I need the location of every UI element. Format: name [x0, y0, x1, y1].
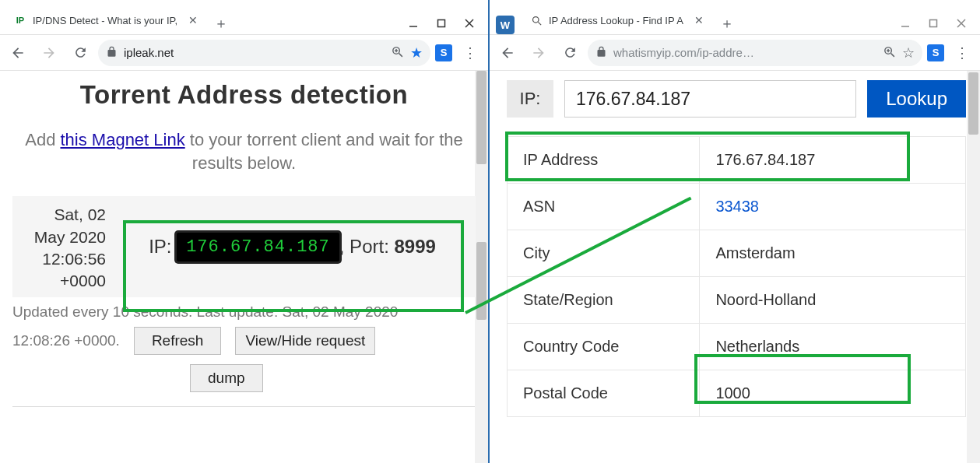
tab-title: IP/DNS Detect - What is your IP, — [33, 15, 177, 26]
info-key: IP Address — [508, 137, 700, 184]
ip-input-label: IP: — [507, 80, 553, 118]
extension-icon[interactable]: S — [927, 44, 944, 61]
info-value: Amsterdam — [700, 230, 966, 277]
tab-close-icon[interactable]: ✕ — [188, 14, 198, 26]
lock-icon — [106, 46, 118, 60]
svg-line-5 — [399, 53, 402, 56]
menu-button[interactable]: ⋮ — [457, 40, 483, 66]
lookup-button[interactable]: Lookup — [867, 80, 966, 118]
svg-rect-1 — [438, 20, 445, 27]
minimize-icon[interactable] — [901, 19, 910, 28]
maximize-icon[interactable] — [437, 19, 446, 28]
bookmark-star-icon[interactable]: ☆ — [902, 44, 915, 61]
page-content-right: IP: Lookup IP Address176.67.84.187ASN334… — [490, 71, 980, 463]
table-row: IP Address176.67.84.187 — [508, 137, 966, 184]
info-key: State/Region — [508, 277, 700, 324]
svg-point-8 — [532, 16, 539, 23]
new-tab-button[interactable]: ＋ — [716, 12, 738, 34]
forward-button[interactable] — [525, 40, 552, 66]
favicon-magnifier-icon — [530, 14, 543, 26]
info-value: 1000 — [700, 370, 966, 417]
detected-port: 8999 — [394, 236, 435, 258]
text: Add — [25, 130, 60, 149]
update-info: Updated every 10 seconds. Last update: S… — [12, 303, 476, 321]
browser-window-right: W IP Address Lookup - Find IP A ✕ ＋ — [490, 0, 980, 463]
detection-timestamp: Sat, 02 May 2020 12:06:56 +0000 — [20, 201, 106, 292]
info-value: Netherlands — [700, 324, 966, 370]
info-key: ASN — [508, 184, 700, 230]
reload-button[interactable] — [557, 40, 583, 66]
ip-info-table: IP Address176.67.84.187ASN33438CityAmste… — [507, 136, 966, 417]
vertical-scrollbar[interactable] — [967, 71, 980, 463]
forward-button[interactable] — [36, 40, 62, 66]
asn-link[interactable]: 33438 — [715, 198, 759, 215]
zoom-icon[interactable] — [391, 45, 404, 61]
refresh-button[interactable]: Refresh — [134, 327, 222, 355]
svg-rect-11 — [930, 20, 937, 27]
detected-ip: 176.67.84.187 — [177, 233, 339, 261]
zoom-icon[interactable] — [883, 45, 896, 61]
titlebar: IP IP/DNS Detect - What is your IP, ✕ ＋ — [0, 0, 488, 34]
browser-toolbar: ipleak.net ★ S ⋮ — [0, 35, 488, 71]
menu-button[interactable]: ⋮ — [949, 40, 975, 66]
svg-line-9 — [538, 22, 541, 25]
table-row: ASN33438 — [508, 184, 966, 230]
table-row: CityAmsterdam — [508, 230, 966, 277]
extension-icon[interactable]: S — [435, 44, 452, 61]
button-row: 12:08:26 +0000. Refresh View/Hide reques… — [12, 327, 476, 355]
detection-panel: Sat, 02 May 2020 12:06:56 +0000 IP: 176.… — [12, 196, 476, 296]
view-hide-request-button[interactable]: View/Hide request — [235, 327, 375, 355]
back-button[interactable] — [5, 40, 31, 66]
lock-icon — [595, 46, 607, 60]
app-icon: W — [496, 16, 515, 34]
favicon-ipleak-icon: IP — [14, 14, 26, 26]
info-value: Noord-Holland — [700, 277, 966, 324]
browser-tab[interactable]: IP IP/DNS Detect - What is your IP, ✕ — [6, 6, 205, 34]
window-close-icon[interactable] — [465, 19, 474, 28]
magnet-link[interactable]: this Magnet Link — [60, 130, 184, 149]
svg-line-15 — [891, 53, 894, 56]
dump-button[interactable]: dump — [190, 364, 263, 392]
page-title: Torrent Address detection — [0, 80, 488, 110]
address-bar[interactable]: ipleak.net ★ — [98, 40, 430, 66]
maximize-icon[interactable] — [929, 19, 938, 28]
table-row: Postal Code1000 — [508, 370, 966, 417]
info-value: 176.67.84.187 — [700, 137, 966, 184]
scrollbar-thumb[interactable] — [476, 71, 486, 164]
table-row: State/RegionNoord-Holland — [508, 277, 966, 324]
lookup-row: IP: Lookup — [507, 80, 966, 118]
titlebar: W IP Address Lookup - Find IP A ✕ ＋ — [490, 0, 980, 34]
update-timestamp: 12:08:26 +0000. — [12, 332, 120, 349]
ip-input[interactable] — [564, 80, 856, 118]
info-key: Country Code — [508, 324, 700, 370]
ip-port-display: IP: 176.67.84.187 , Port: 8999 — [117, 201, 468, 292]
instruction-text: Add this Magnet Link to your torrent cli… — [0, 128, 488, 174]
scrollbar-thumb[interactable] — [476, 242, 486, 320]
divider — [12, 406, 476, 407]
page-content-left: Torrent Address detection Add this Magne… — [0, 71, 488, 463]
tab-close-icon[interactable]: ✕ — [694, 14, 704, 26]
browser-tab[interactable]: IP Address Lookup - Find IP A ✕ — [522, 6, 711, 34]
url-text: whatismyip.com/ip-addre… — [613, 46, 876, 59]
info-key: City — [508, 230, 700, 277]
scrollbar-thumb[interactable] — [968, 72, 978, 135]
tab-title: IP Address Lookup - Find IP A — [549, 15, 683, 26]
vertical-scrollbar[interactable] — [475, 71, 488, 463]
info-value[interactable]: 33438 — [700, 184, 966, 230]
back-button[interactable] — [494, 40, 521, 66]
browser-toolbar: whatismyip.com/ip-addre… ☆ S ⋮ — [490, 35, 980, 71]
table-row: Country CodeNetherlands — [508, 324, 966, 370]
address-bar[interactable]: whatismyip.com/ip-addre… ☆ — [588, 40, 922, 66]
ip-label: IP: — [149, 236, 171, 258]
browser-window-left: IP IP/DNS Detect - What is your IP, ✕ ＋ — [0, 0, 490, 463]
new-tab-button[interactable]: ＋ — [210, 12, 232, 34]
bookmark-star-icon[interactable]: ★ — [410, 44, 423, 61]
port-label: , Port: — [339, 236, 389, 258]
info-key: Postal Code — [508, 370, 700, 417]
window-close-icon[interactable] — [957, 19, 966, 28]
url-text: ipleak.net — [124, 46, 385, 59]
text: to your torrent client and wait for the … — [185, 130, 463, 173]
reload-button[interactable] — [67, 40, 93, 66]
minimize-icon[interactable] — [409, 19, 418, 28]
